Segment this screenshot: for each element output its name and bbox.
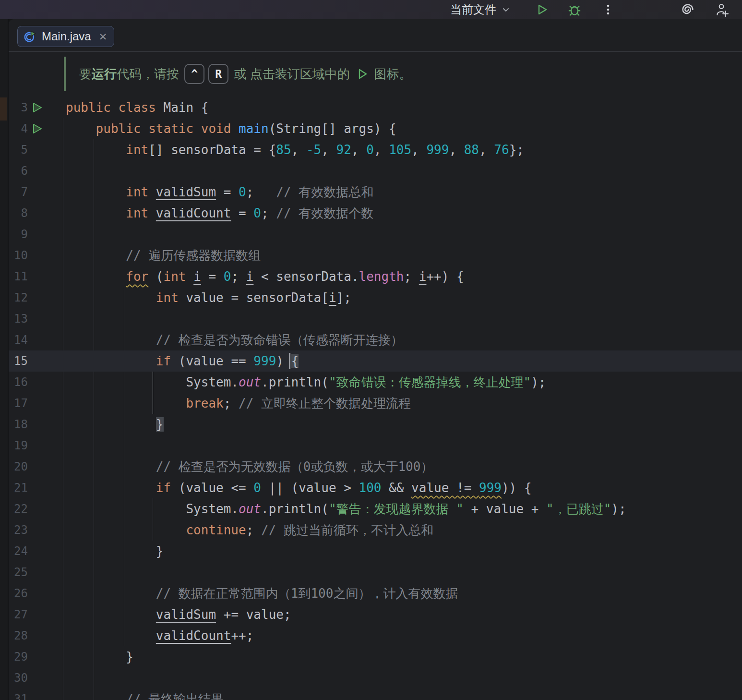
line-number: 27 <box>9 604 28 625</box>
code-line-12[interactable]: 12 int value = sensorData[i]; <box>9 287 742 308</box>
code-line-28[interactable]: 28 validCount++; <box>9 625 742 646</box>
code-text: } <box>66 414 164 435</box>
code-line-7[interactable]: 7 int validSum = 0; // 有效数据总和 <box>9 181 742 203</box>
code-line-26[interactable]: 26 // 数据在正常范围内（1到100之间），计入有效数据 <box>9 583 742 604</box>
code-line-17[interactable]: 17 break; // 立即终止整个数据处理流程 <box>9 393 742 414</box>
ai-assistant-button[interactable] <box>680 1 696 18</box>
banner-text-bold: 运行 <box>92 66 117 83</box>
code-with-me-button[interactable] <box>713 1 730 18</box>
code-line-14[interactable]: 14 // 检查是否为致命错误（传感器断开连接） <box>9 329 742 350</box>
code-line-24[interactable]: 24 } <box>9 541 742 562</box>
line-number: 26 <box>9 583 28 604</box>
line-number: 24 <box>9 541 28 562</box>
line-number: 22 <box>9 498 28 519</box>
line-number: 29 <box>9 646 28 667</box>
code-text: continue; // 跳过当前循环，不计入总和 <box>66 519 433 541</box>
code-line-20[interactable]: 20 // 检查是否为无效数据（0或负数，或大于100） <box>9 456 742 477</box>
debug-bug-icon <box>567 2 582 17</box>
editor-island: Main.java ✕ 要运行代码，请按 ^ R 或 点击装订区域中的 图标。 <box>9 19 742 700</box>
run-banner: 要运行代码，请按 ^ R 或 点击装订区域中的 图标。 <box>64 57 411 91</box>
banner-text: 代码，请按 <box>117 66 182 83</box>
line-number: 13 <box>9 308 28 329</box>
main-toolbar: 当前文件 <box>0 0 742 19</box>
runnable-class-icon <box>24 30 37 43</box>
code-line-23[interactable]: 23 continue; // 跳过当前循环，不计入总和 <box>9 519 742 541</box>
code-text: System.out.println("警告：发现越界数据 " + value … <box>66 498 626 519</box>
code-text: } <box>66 541 164 562</box>
code-text: // 检查是否为无效数据（0或负数，或大于100） <box>66 456 433 477</box>
line-number: 18 <box>9 414 28 435</box>
code-line-22[interactable]: 22 System.out.println("警告：发现越界数据 " + val… <box>9 498 742 519</box>
code-text: public class Main { <box>66 97 208 118</box>
more-actions-button[interactable] <box>600 1 616 18</box>
line-number: 3 <box>9 97 28 118</box>
code-line-18[interactable]: 18 } <box>9 414 742 435</box>
line-number: 17 <box>9 393 28 414</box>
code-line-15[interactable]: 15 if (value == 999) { <box>9 350 742 372</box>
line-number: 31 <box>9 688 28 700</box>
editor-tab-bar: Main.java ✕ <box>9 19 742 52</box>
line-number: 8 <box>9 203 28 224</box>
code-text: break; // 立即终止整个数据处理流程 <box>66 393 411 414</box>
code-line-6[interactable]: 6 <box>9 160 742 181</box>
code-line-29[interactable]: 29 } <box>9 646 742 667</box>
code-line-11[interactable]: 11 for (int i = 0; i < sensorData.length… <box>9 266 742 287</box>
code-line-16[interactable]: 16 System.out.println("致命错误：传感器掉线，终止处理")… <box>9 372 742 393</box>
code-text: public static void main(String[] args) { <box>66 118 396 139</box>
code-line-27[interactable]: 27 validSum += value; <box>9 604 742 625</box>
shortcut-key-r: R <box>208 64 228 84</box>
run-line-icon[interactable] <box>31 122 43 135</box>
code-text: int value = sensorData[i]; <box>66 287 351 308</box>
line-number: 12 <box>9 287 28 308</box>
line-number: 16 <box>9 372 28 393</box>
code-line-4[interactable]: 4 public static void main(String[] args)… <box>9 118 742 139</box>
banner-text: 或 点击装订区域中的 <box>230 66 353 83</box>
tab-close-icon[interactable]: ✕ <box>99 32 108 42</box>
code-line-30[interactable]: 30 <box>9 667 742 688</box>
code-text: for (int i = 0; i < sensorData.length; i… <box>66 266 464 287</box>
code-text: int validCount = 0; // 有效数据个数 <box>66 203 373 224</box>
tab-main-java[interactable]: Main.java ✕ <box>17 26 114 47</box>
code-line-13[interactable]: 13 <box>9 308 742 329</box>
run-configuration-label: 当前文件 <box>450 2 496 17</box>
code-text: validSum += value; <box>66 604 291 625</box>
code-text: int[] sensorData = {85, -5, 92, 0, 105, … <box>66 139 524 160</box>
run-line-icon[interactable] <box>31 101 43 114</box>
code-line-19[interactable]: 19 <box>9 435 742 456</box>
line-number: 5 <box>9 139 28 160</box>
tab-title: Main.java <box>42 30 91 43</box>
line-number: 30 <box>9 667 28 688</box>
code-line-9[interactable]: 9 <box>9 224 742 245</box>
code-text: // 数据在正常范围内（1到100之间），计入有效数据 <box>66 583 458 604</box>
line-number: 14 <box>9 329 28 350</box>
line-number: 7 <box>9 181 28 203</box>
line-number: 23 <box>9 519 28 541</box>
code-line-31[interactable]: 31 // 最终输出结果 <box>9 688 742 700</box>
code-text: if (value == 999) { <box>66 350 299 372</box>
code-editor[interactable]: 要运行代码，请按 ^ R 或 点击装订区域中的 图标。 3public clas… <box>9 52 742 700</box>
run-icon <box>535 3 549 16</box>
line-number: 20 <box>9 456 28 477</box>
banner-text: 图标。 <box>371 66 411 83</box>
line-number: 4 <box>9 118 28 139</box>
run-configuration-selector[interactable]: 当前文件 <box>450 0 511 19</box>
code-line-21[interactable]: 21 if (value <= 0 || (value > 100 && val… <box>9 477 742 498</box>
code-line-8[interactable]: 8 int validCount = 0; // 有效数据个数 <box>9 203 742 224</box>
chevron-down-icon <box>501 5 511 14</box>
line-number: 10 <box>9 245 28 266</box>
code-text: // 遍历传感器数据数组 <box>66 245 261 266</box>
code-line-3[interactable]: 3public class Main { <box>9 97 742 118</box>
code-line-25[interactable]: 25 <box>9 562 742 583</box>
code-line-10[interactable]: 10 // 遍历传感器数据数组 <box>9 245 742 266</box>
run-button[interactable] <box>534 1 550 18</box>
add-user-icon <box>714 2 729 17</box>
code-text: } <box>66 646 133 667</box>
line-number: 28 <box>9 625 28 646</box>
code-line-5[interactable]: 5 int[] sensorData = {85, -5, 92, 0, 105… <box>9 139 742 160</box>
tool-window-stripe <box>0 19 9 700</box>
stripe-marker <box>0 97 7 121</box>
line-number: 25 <box>9 562 28 583</box>
kebab-menu-icon <box>602 3 614 16</box>
banner-accent-bar <box>64 57 66 91</box>
debug-button[interactable] <box>566 1 583 18</box>
